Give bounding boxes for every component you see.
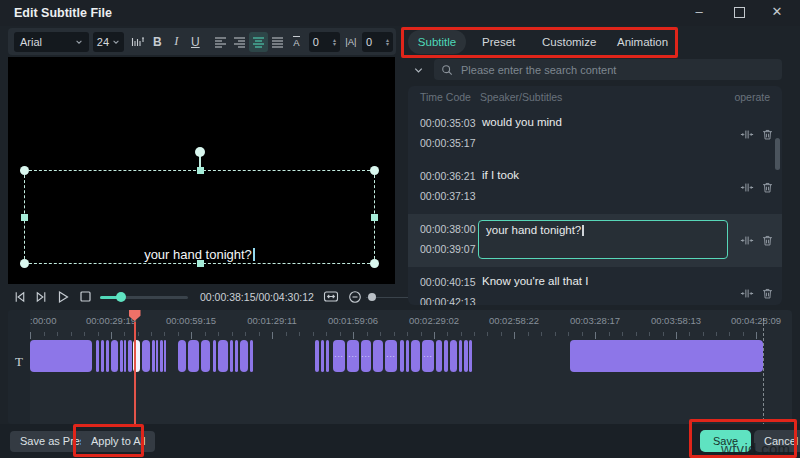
delete-subtitle-icon[interactable]: [761, 181, 774, 194]
subtitle-block[interactable]: [230, 340, 233, 372]
split-subtitle-icon[interactable]: [740, 181, 754, 194]
play-button[interactable]: [52, 287, 74, 307]
subtitle-block[interactable]: [111, 340, 118, 372]
subtitle-block[interactable]: [218, 340, 228, 372]
subtitle-block[interactable]: ...: [422, 340, 434, 372]
subtitle-block[interactable]: [156, 340, 158, 372]
resize-handle-e[interactable]: [371, 214, 378, 221]
align-justify-button[interactable]: [268, 32, 287, 52]
subtitle-block[interactable]: [436, 340, 442, 372]
line-spacing-stepper[interactable]: 0 ▴▾: [309, 32, 340, 52]
bold-button[interactable]: B: [148, 32, 167, 52]
delete-subtitle-icon[interactable]: [761, 287, 774, 300]
close-button[interactable]: ✕: [762, 0, 792, 26]
subtitle-block[interactable]: ...: [347, 340, 359, 372]
font-size-select[interactable]: 24: [93, 32, 124, 52]
split-subtitle-icon[interactable]: [740, 234, 754, 247]
table-scrollbar[interactable]: [775, 138, 780, 170]
search-input[interactable]: [459, 63, 775, 77]
rotation-handle[interactable]: [195, 147, 205, 157]
resize-handle-w[interactable]: [21, 214, 28, 221]
italic-button[interactable]: I: [167, 32, 186, 52]
subtitle-block[interactable]: [152, 340, 155, 372]
subtitle-text-editor[interactable]: your hand tonight?: [478, 220, 728, 259]
subtitle-text[interactable]: if I took: [478, 167, 728, 208]
subtitle-block[interactable]: [160, 340, 163, 372]
subtitle-block[interactable]: [406, 340, 409, 372]
subtitle-block[interactable]: [164, 340, 166, 372]
subtitle-block[interactable]: [201, 340, 210, 372]
maximize-button[interactable]: [724, 0, 754, 26]
apply-to-all-button[interactable]: Apply to All: [81, 431, 155, 452]
subtitle-text[interactable]: would you mind: [478, 114, 728, 155]
subtitle-block[interactable]: [106, 340, 109, 372]
subtitle-block[interactable]: [188, 340, 199, 372]
subtitle-block[interactable]: [235, 340, 238, 372]
align-left-button[interactable]: [211, 32, 230, 52]
tab-preset[interactable]: Preset: [482, 30, 515, 54]
subtitle-row[interactable]: 00:00:36:2100:00:37:13if I took: [408, 161, 782, 214]
subtitle-block[interactable]: [315, 340, 319, 372]
volume-slider[interactable]: [100, 287, 188, 307]
subtitle-block[interactable]: [411, 340, 420, 372]
tab-customize[interactable]: Customize: [542, 30, 596, 54]
next-frame-button[interactable]: [30, 287, 52, 307]
text-spacing-icon[interactable]: [129, 32, 148, 52]
underline-button[interactable]: U: [186, 32, 205, 52]
align-right-button[interactable]: [230, 32, 249, 52]
subtitle-row[interactable]: 00:00:35:0300:00:35:17would you mind: [408, 108, 782, 161]
zoom-out-icon[interactable]: [344, 287, 366, 307]
split-subtitle-icon[interactable]: [740, 128, 754, 141]
subtitle-block[interactable]: [128, 340, 132, 372]
subtitle-block[interactable]: [400, 340, 404, 372]
subtitle-block[interactable]: [450, 340, 457, 372]
subtitle-selection-box[interactable]: your hand tonight?: [24, 170, 375, 264]
subtitle-block[interactable]: [459, 340, 462, 372]
subtitle-block[interactable]: [444, 340, 448, 372]
stop-button[interactable]: [74, 287, 96, 307]
resize-handle-n[interactable]: [197, 167, 204, 174]
resize-handle-ne[interactable]: [370, 166, 379, 175]
tab-animation[interactable]: Animation: [617, 30, 668, 54]
preview-subtitle-text[interactable]: your hand tonight?: [25, 247, 374, 262]
subtitle-block[interactable]: [240, 340, 248, 372]
tab-subtitle[interactable]: Subtitle: [408, 30, 466, 54]
volume-knob[interactable]: [116, 292, 126, 302]
subtitle-block[interactable]: [142, 340, 150, 372]
timeline-panel[interactable]: T :00:0000:00:29:1900:00:59:1500:01:29:1…: [8, 310, 792, 424]
playhead-line[interactable]: [134, 322, 136, 424]
subtitle-block[interactable]: [464, 340, 468, 372]
split-subtitle-icon[interactable]: [740, 287, 754, 300]
subtitle-block[interactable]: [120, 340, 123, 372]
zoom-knob[interactable]: [368, 293, 376, 301]
vertical-text-button[interactable]: A: [287, 32, 306, 52]
subtitle-text[interactable]: Know you're all that I: [478, 273, 728, 305]
previous-frame-button[interactable]: [8, 287, 30, 307]
minimize-button[interactable]: –: [684, 0, 714, 26]
subtitle-block[interactable]: ...: [333, 340, 345, 372]
subtitle-block[interactable]: [124, 340, 126, 372]
subtitle-block[interactable]: ...: [361, 340, 371, 372]
collapse-chevron-icon[interactable]: [412, 63, 425, 81]
delete-subtitle-icon[interactable]: [761, 234, 774, 247]
subtitle-block[interactable]: [250, 340, 253, 372]
fit-timeline-icon[interactable]: [320, 287, 342, 307]
subtitle-block[interactable]: [326, 340, 329, 372]
subtitle-block[interactable]: [570, 340, 763, 372]
subtitle-block[interactable]: [30, 340, 92, 372]
subtitle-block[interactable]: [469, 340, 472, 372]
subtitle-block[interactable]: [213, 340, 216, 372]
subtitle-block[interactable]: ...: [385, 340, 397, 372]
subtitle-block[interactable]: [321, 340, 324, 372]
subtitle-block[interactable]: [101, 340, 104, 372]
letter-spacing-stepper[interactable]: 0 ▴▾: [362, 32, 393, 52]
subtitle-search-field[interactable]: [434, 59, 782, 80]
subtitle-row[interactable]: 00:00:38:0000:00:39:07your hand tonight?: [408, 214, 782, 267]
subtitle-block[interactable]: [178, 340, 186, 372]
subtitle-block[interactable]: [373, 340, 383, 372]
subtitle-row[interactable]: 00:00:40:1500:00:42:13Know you're all th…: [408, 267, 782, 305]
delete-subtitle-icon[interactable]: [761, 128, 774, 141]
resize-handle-nw[interactable]: [20, 166, 29, 175]
align-center-button[interactable]: [249, 32, 268, 52]
subtitle-block[interactable]: [96, 340, 99, 372]
